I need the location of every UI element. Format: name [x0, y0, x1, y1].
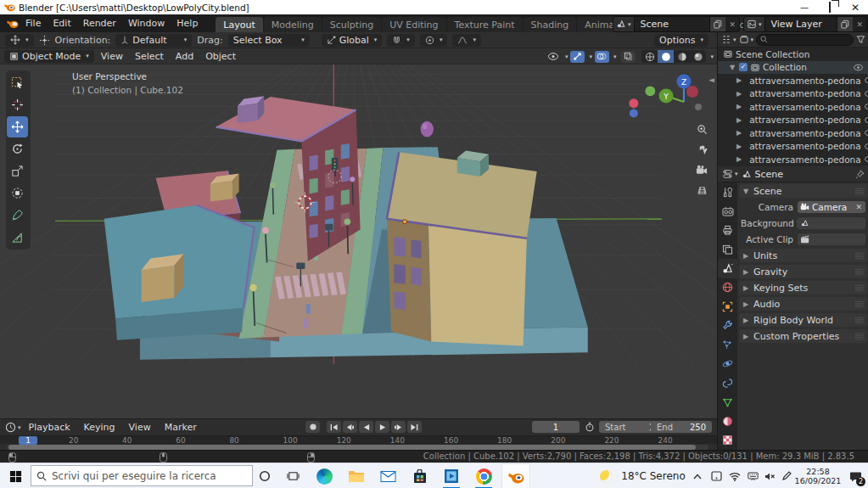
outliner-row-object[interactable]: ▶ attraversamento-pedona — [718, 87, 868, 101]
blue-ball-object[interactable] — [630, 109, 638, 117]
workspace-tab[interactable]: Texture Paint — [447, 17, 523, 32]
expand-caret-icon[interactable]: ▶ — [736, 116, 742, 124]
timeline-ruler[interactable]: 20406080100120140160180200220240 1 — [0, 435, 717, 444]
taskbar-clock[interactable]: 22:58 16/09/2021 — [792, 463, 844, 488]
topbar-menu[interactable]: Render — [77, 14, 122, 32]
timeline-menu[interactable]: Playback — [23, 418, 76, 436]
prev-keyframe-button[interactable] — [343, 421, 357, 433]
outliner-row-object[interactable]: ▶ attraversamento-pedona — [718, 153, 868, 166]
topbar-menu[interactable]: Window — [122, 14, 171, 32]
tool-scale[interactable] — [7, 160, 28, 182]
properties-tab-constraints[interactable] — [718, 373, 737, 393]
use-preview-range-toggle[interactable] — [585, 422, 595, 432]
visibility-eye-icon[interactable] — [864, 90, 868, 98]
properties-tab-world[interactable] — [718, 278, 737, 298]
drag-dropdown[interactable]: Select Box ▾ — [228, 34, 310, 47]
pan-button[interactable] — [692, 140, 711, 159]
timeline-editor-type-dropdown[interactable]: ▾ — [5, 422, 21, 433]
edge-button[interactable] — [313, 463, 335, 488]
properties-tab-physics[interactable] — [718, 355, 737, 374]
tray-keyboard-icon[interactable] — [744, 463, 761, 488]
outliner-row-object[interactable]: ▶ attraversamento-pedona — [718, 140, 868, 154]
outliner-row-object[interactable]: ▶ attraversamento-pedona — [718, 100, 868, 114]
store-button[interactable] — [409, 463, 431, 488]
expand-caret-icon[interactable]: ▶ — [736, 129, 742, 137]
blender-app-button[interactable] — [501, 463, 530, 488]
timeline-menu[interactable]: View — [123, 418, 157, 436]
building-teal[interactable] — [104, 205, 255, 340]
minimize-button[interactable]: — — [792, 3, 817, 12]
collapsed-panel-header[interactable]: ▶ ✓ Audio ⣿⣿ — [739, 297, 867, 311]
restore-button[interactable] — [817, 3, 843, 12]
expand-caret-icon[interactable]: ▶ — [736, 90, 742, 98]
collapsed-panel-header[interactable]: ▶ ✓ Keying Sets ⣿⣿ — [739, 281, 867, 294]
collapsed-panel-header[interactable]: ▶ ✓ Gravity ⣿⣿ — [739, 265, 867, 278]
cortana-button[interactable] — [253, 463, 277, 488]
expand-caret-icon[interactable]: ▶ — [736, 103, 742, 110]
tool-move[interactable] — [7, 116, 28, 137]
properties-tab-scene[interactable] — [718, 259, 737, 278]
current-frame-field[interactable]: 1 — [532, 421, 580, 433]
viewport-3d[interactable]: Object Mode ▾ ViewSelectAddObject ▾ ▾ ▾ — [0, 48, 717, 418]
properties-editor-type-dropdown[interactable]: ▾ — [722, 169, 738, 179]
camera-view-button[interactable] — [692, 160, 711, 179]
outliner-row-scene-collection[interactable]: Scene Collection — [718, 48, 868, 61]
tray-tablet-icon[interactable] — [708, 463, 725, 488]
topbar-menu[interactable]: Help — [171, 14, 204, 32]
taskbar-search[interactable]: Scrivi qui per eseguire la ricerca — [31, 465, 253, 486]
scene-browse-button[interactable]: ▾ — [613, 17, 635, 31]
viewport-menu[interactable]: Add — [171, 48, 199, 65]
visibility-eye-icon[interactable] — [864, 76, 868, 84]
expand-caret-icon[interactable]: ▶ — [736, 155, 742, 163]
properties-tab-particles[interactable] — [718, 335, 737, 355]
properties-tab-data[interactable] — [718, 393, 737, 412]
viewlayer-name[interactable]: View Layer — [765, 19, 837, 30]
expand-caret-icon[interactable]: ▶ — [736, 143, 742, 150]
tool-annotate[interactable] — [7, 205, 28, 226]
workspace-tab[interactable]: Shading — [524, 17, 577, 32]
viewport-menu[interactable]: Select — [130, 48, 169, 65]
scene-name[interactable]: Scene — [635, 19, 710, 30]
remove-viewlayer-button[interactable]: ✕ — [853, 20, 866, 29]
properties-tab-object[interactable] — [718, 297, 737, 317]
properties-tab-texture[interactable] — [718, 431, 737, 451]
overlays-toggle[interactable] — [595, 51, 609, 63]
workspace-tab[interactable]: UV Editing — [382, 17, 445, 32]
workspace-tab[interactable]: Sculpting — [322, 17, 381, 32]
shading-material-button[interactable] — [674, 50, 690, 63]
tool-rotate[interactable] — [7, 138, 28, 160]
visibility-eye-icon[interactable] — [864, 129, 868, 137]
file-explorer-button[interactable] — [345, 463, 367, 488]
expand-caret-icon[interactable]: ▶ — [736, 76, 742, 84]
shading-solid-button[interactable] — [658, 50, 674, 63]
workspace-tab[interactable]: Layout — [216, 17, 262, 32]
tool-select-box[interactable] — [7, 72, 28, 93]
gizmos-toggle[interactable] — [570, 51, 585, 63]
clear-camera-button[interactable]: ✕ — [855, 203, 863, 211]
proportional-editing-dropdown[interactable]: ▾ — [420, 34, 448, 47]
play-reverse-button[interactable] — [359, 421, 373, 433]
outliner-search[interactable] — [756, 34, 854, 46]
properties-tab-tool[interactable] — [718, 182, 737, 202]
falloff-dropdown[interactable]: ▾ — [452, 34, 481, 47]
properties-tab-render[interactable] — [718, 202, 737, 222]
visibility-eye-icon[interactable] — [853, 64, 864, 71]
workspace-tab[interactable]: Modeling — [264, 17, 322, 32]
pin-icon[interactable] — [855, 170, 865, 179]
zoom-button[interactable] — [692, 120, 711, 138]
action-center-button[interactable]: 2 — [844, 463, 866, 488]
blender-menu-icon[interactable] — [6, 18, 20, 30]
outliner-row-object[interactable]: ▶ attraversamento-pedona — [718, 74, 868, 87]
scene-panel-header[interactable]: ▼ Scene ⣿⣿ — [739, 184, 867, 198]
active-clip-field[interactable] — [798, 233, 865, 245]
task-view-button[interactable] — [281, 463, 305, 488]
outliner-row-object[interactable]: ▶ attraversamento-pedona — [718, 114, 868, 127]
viewlayer-browse-button[interactable]: ▾ — [744, 17, 765, 31]
play-button[interactable] — [375, 421, 389, 433]
transform-orientation-dropdown[interactable]: Global ▾ — [322, 34, 383, 47]
photos-app-button[interactable] — [440, 463, 462, 488]
shading-rendered-button[interactable] — [690, 50, 706, 63]
new-viewlayer-button[interactable] — [837, 17, 853, 31]
navigation-gizmo[interactable]: Z Y — [658, 71, 711, 127]
jump-to-end-button[interactable] — [407, 421, 422, 433]
